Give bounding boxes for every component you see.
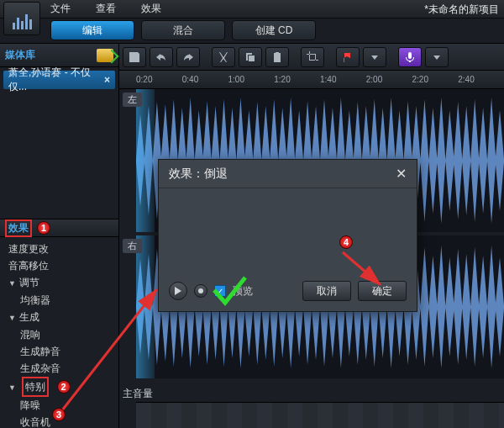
effect-dialog: 效果：倒退 ✕ ✓ 预览 取消 确定 — [158, 159, 417, 312]
menu-effects[interactable]: 效果 — [141, 2, 161, 16]
ruler-tick: 0:20 — [136, 75, 182, 84]
tab-create-cd[interactable]: 创建 CD — [232, 20, 316, 40]
tool-marker-icon[interactable] — [336, 47, 360, 67]
effects-panel-header: 效果 1 — [0, 219, 118, 237]
ruler-tick: 1:20 — [274, 75, 320, 84]
preview-play-icon[interactable] — [169, 282, 187, 300]
window-title: *未命名的新项目 — [424, 3, 499, 17]
close-icon[interactable]: × — [104, 74, 110, 86]
preview-stop-icon[interactable] — [194, 284, 207, 298]
tool-dropdown-icon[interactable] — [363, 47, 386, 67]
tree-item-gennoise[interactable]: 生成杂音 — [20, 360, 118, 377]
media-item[interactable]: 萧全,孙语赛 - 不仅仅... × — [3, 71, 115, 89]
master-volume-track[interactable] — [136, 402, 504, 428]
tab-mix[interactable]: 混合 — [141, 20, 225, 40]
open-folder-icon[interactable] — [97, 49, 113, 62]
menu-file[interactable]: 文件 — [50, 2, 71, 16]
mode-tabs: 编辑 混合 创建 CD — [0, 18, 504, 44]
tool-rec-dropdown-icon[interactable] — [425, 47, 449, 67]
preview-checkbox[interactable]: ✓ — [214, 285, 226, 297]
ruler-tick: 2:20 — [412, 75, 459, 84]
time-ruler[interactable]: 0:20 0:40 1:00 1:20 1:40 2:00 2:20 2:40 — [119, 71, 504, 89]
master-volume-label: 主音量 — [123, 387, 153, 401]
media-item-label: 萧全,孙语赛 - 不仅仅... — [8, 66, 104, 94]
tree-group-adjust[interactable]: 调节 — [8, 274, 118, 292]
ruler-tick: 1:40 — [320, 75, 366, 84]
annotation-badge-2: 2 — [57, 380, 71, 394]
ruler-tick: 2:00 — [366, 75, 412, 84]
tree-item-mixmod[interactable]: 混响 — [20, 326, 118, 343]
app-logo — [3, 2, 40, 35]
tool-record-icon[interactable] — [398, 47, 422, 67]
tab-edit[interactable]: 编辑 — [50, 20, 134, 40]
tree-item-pitch[interactable]: 音高移位 — [8, 257, 118, 274]
dialog-title: 效果：倒退 — [169, 166, 228, 182]
tool-paste-icon[interactable] — [265, 47, 289, 67]
tool-save-icon[interactable] — [123, 47, 146, 67]
annotation-badge-3: 3 — [52, 408, 66, 421]
tool-crop-icon[interactable] — [301, 47, 324, 67]
tool-redo-icon[interactable] — [176, 47, 200, 67]
tree-item-gensilence[interactable]: 生成静音 — [20, 343, 118, 360]
tree-group-generate[interactable]: 生成 — [8, 309, 118, 326]
tree-group-special[interactable]: 特别 2 — [8, 377, 118, 397]
media-library-title: 媒体库 — [5, 48, 35, 62]
ok-button[interactable]: 确定 — [358, 281, 407, 301]
tree-item-radio[interactable]: 收音机 — [20, 414, 118, 428]
tool-copy-icon[interactable] — [239, 47, 262, 67]
dialog-close-icon[interactable]: ✕ — [396, 166, 407, 182]
editor-toolbar — [119, 44, 504, 71]
tree-group-special-label: 特别 — [22, 377, 49, 397]
ruler-tick: 1:00 — [228, 75, 275, 84]
annotation-badge-4: 4 — [339, 235, 353, 249]
tree-item-noisereduce[interactable]: 降噪 — [20, 397, 118, 414]
tool-undo-icon[interactable] — [150, 47, 173, 67]
tool-cut-icon[interactable] — [212, 47, 235, 67]
effects-panel-title: 效果 — [5, 219, 32, 237]
menu-view[interactable]: 查看 — [96, 2, 116, 16]
annotation-badge-1: 1 — [37, 221, 50, 235]
channel-left-label: 左 — [123, 92, 142, 107]
cancel-button[interactable]: 取消 — [302, 281, 351, 301]
tree-item-equalizer[interactable]: 均衡器 — [20, 292, 118, 309]
ruler-tick: 2:40 — [458, 75, 504, 84]
effects-tree: 速度更改 音高移位 调节 均衡器 生成 混响 生成静音 生成杂音 特别 2 — [0, 237, 118, 428]
channel-right-label: 右 — [123, 239, 142, 253]
sidebar: 媒体库 萧全,孙语赛 - 不仅仅... × 效果 1 速度更改 音高移位 调节 … — [0, 44, 119, 428]
media-library-header: 媒体库 — [0, 44, 118, 67]
preview-label: 预览 — [233, 284, 253, 299]
ruler-tick: 0:40 — [182, 75, 228, 84]
tree-item-speed[interactable]: 速度更改 — [8, 240, 118, 257]
